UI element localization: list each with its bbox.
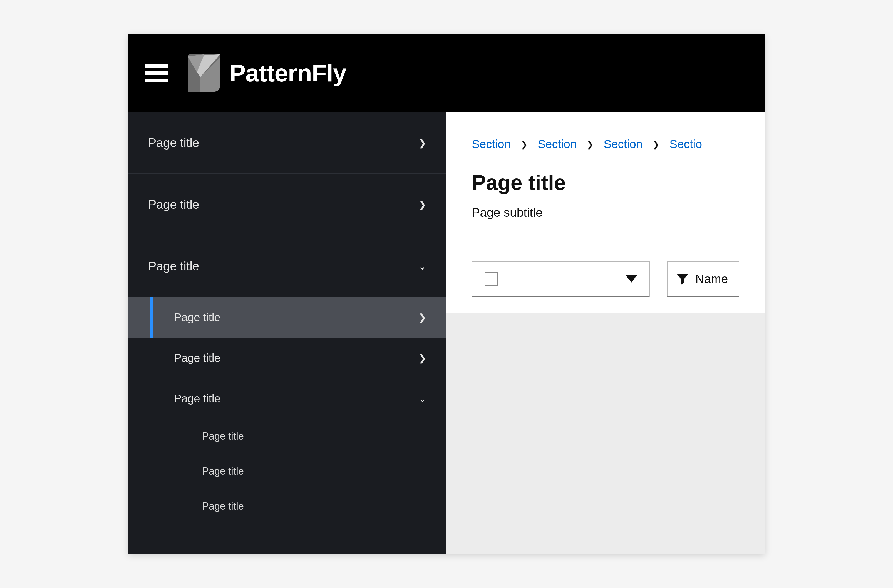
sidebar-sub-label: Page title (174, 352, 221, 364)
body-row: Page title ❯ Page title ❯ Page title ⌄ P… (128, 112, 765, 554)
masthead: PatternFly (128, 34, 765, 112)
chevron-right-icon: ❯ (418, 138, 426, 147)
chevron-down-icon: ⌄ (418, 261, 426, 271)
brand-name: PatternFly (229, 59, 346, 87)
sidebar-sub-label: Page title (174, 392, 221, 405)
breadcrumb: Section ❯ Section ❯ Section ❯ Sectio (446, 112, 765, 151)
chevron-right-icon: ❯ (418, 353, 426, 363)
sidebar-sub-2-expanded[interactable]: Page title ⌄ (128, 378, 446, 419)
sidebar-sub-1[interactable]: Page title ❯ (128, 338, 446, 378)
page-subtitle: Page subtitle (446, 195, 765, 219)
sidebar-subsub-label: Page title (202, 501, 244, 512)
sidebar: Page title ❯ Page title ❯ Page title ⌄ P… (128, 112, 446, 554)
filter-dropdown[interactable]: Name (667, 261, 739, 297)
sidebar-subsub-label: Page title (202, 430, 244, 442)
page-title: Page title (446, 151, 765, 195)
breadcrumb-link-0[interactable]: Section (472, 138, 511, 151)
filter-icon (675, 272, 690, 286)
chevron-right-icon: ❯ (418, 313, 426, 322)
checkbox-icon[interactable] (485, 272, 498, 286)
sidebar-item-0[interactable]: Page title ❯ (128, 112, 446, 174)
content-area (446, 314, 765, 554)
chevron-right-icon: ❯ (418, 200, 426, 209)
app-frame: PatternFly Page title ❯ Page title ❯ Pag… (128, 34, 765, 554)
main-content: Section ❯ Section ❯ Section ❯ Sectio Pag… (446, 112, 765, 554)
sidebar-sub-0-active[interactable]: Page title ❯ (128, 297, 446, 338)
sidebar-subsub-2[interactable]: Page title (176, 489, 446, 524)
sidebar-subsub-label: Page title (202, 465, 244, 477)
chevron-down-icon: ⌄ (418, 394, 426, 403)
sidebar-subsub-group: Page title Page title Page title (175, 419, 446, 524)
sidebar-sub-group: Page title ❯ Page title ❯ Page title ⌄ P… (128, 297, 446, 524)
breadcrumb-link-1[interactable]: Section (538, 138, 577, 151)
breadcrumb-link-3[interactable]: Sectio (669, 138, 702, 151)
sidebar-item-1[interactable]: Page title ❯ (128, 174, 446, 236)
chevron-right-icon: ❯ (652, 140, 660, 149)
filter-label: Name (695, 272, 728, 286)
sidebar-subsub-0[interactable]: Page title (176, 419, 446, 454)
sidebar-item-label: Page title (148, 198, 199, 212)
brand-block: PatternFly (179, 52, 346, 94)
chevron-right-icon: ❯ (521, 140, 528, 149)
breadcrumb-link-2[interactable]: Section (604, 138, 642, 151)
sidebar-subsub-1[interactable]: Page title (176, 454, 446, 489)
hamburger-icon[interactable] (145, 64, 168, 82)
caret-down-icon (626, 275, 637, 283)
sidebar-item-label: Page title (148, 259, 199, 273)
toolbar: Name (446, 261, 765, 297)
sidebar-sub-label: Page title (174, 311, 221, 324)
sidebar-item-2-expanded[interactable]: Page title ⌄ (128, 236, 446, 297)
bulk-select-dropdown[interactable] (472, 261, 650, 297)
chevron-right-icon: ❯ (586, 140, 594, 149)
logo-icon (179, 52, 221, 94)
sidebar-item-label: Page title (148, 136, 199, 150)
